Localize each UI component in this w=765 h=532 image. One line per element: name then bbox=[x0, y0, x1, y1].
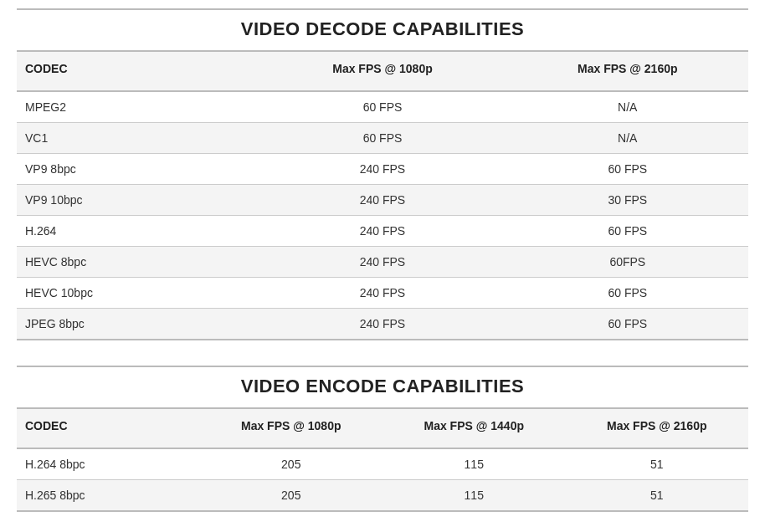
encode-table: CODEC Max FPS @ 1080p Max FPS @ 1440p Ma… bbox=[17, 407, 748, 512]
decode-header-row: CODEC Max FPS @ 1080p Max FPS @ 2160p bbox=[17, 51, 748, 91]
encode-header-1080p: Max FPS @ 1080p bbox=[200, 408, 383, 448]
fps-1080-cell: 240 FPS bbox=[258, 278, 506, 309]
codec-cell: JPEG 8bpc bbox=[17, 309, 258, 340]
fps-2160-cell: 30 FPS bbox=[507, 185, 748, 216]
decode-tbody: MPEG2 60 FPS N/A VC1 60 FPS N/A VP9 8bpc… bbox=[17, 91, 748, 340]
fps-1080-cell: 240 FPS bbox=[258, 309, 506, 340]
codec-cell: H.264 bbox=[17, 216, 258, 247]
table-row: HEVC 10bpc 240 FPS 60 FPS bbox=[17, 278, 748, 309]
fps-2160-cell: 51 bbox=[566, 448, 749, 480]
codec-cell: HEVC 8bpc bbox=[17, 247, 258, 278]
fps-1080-cell: 240 FPS bbox=[258, 216, 506, 247]
encode-section: VIDEO ENCODE CAPABILITIES CODEC Max FPS … bbox=[17, 366, 748, 512]
codec-cell: HEVC 10bpc bbox=[17, 278, 258, 309]
encode-title: VIDEO ENCODE CAPABILITIES bbox=[17, 366, 748, 407]
fps-1080-cell: 60 FPS bbox=[258, 123, 506, 154]
codec-cell: VP9 10bpc bbox=[17, 185, 258, 216]
table-row: H.265 8bpc 205 115 51 bbox=[17, 480, 748, 512]
fps-1080-cell: 205 bbox=[200, 480, 383, 512]
fps-2160-cell: 60 FPS bbox=[507, 216, 748, 247]
encode-header-2160p: Max FPS @ 2160p bbox=[566, 408, 749, 448]
table-row: VC1 60 FPS N/A bbox=[17, 123, 748, 154]
codec-cell: VP9 8bpc bbox=[17, 154, 258, 185]
table-row: JPEG 8bpc 240 FPS 60 FPS bbox=[17, 309, 748, 340]
decode-header-2160p: Max FPS @ 2160p bbox=[507, 51, 748, 91]
encode-header-codec: CODEC bbox=[17, 408, 200, 448]
codec-cell: VC1 bbox=[17, 123, 258, 154]
table-row: VP9 8bpc 240 FPS 60 FPS bbox=[17, 154, 748, 185]
table-row: VP9 10bpc 240 FPS 30 FPS bbox=[17, 185, 748, 216]
fps-1440-cell: 115 bbox=[382, 448, 566, 480]
fps-1080-cell: 240 FPS bbox=[258, 154, 506, 185]
fps-1080-cell: 240 FPS bbox=[258, 185, 506, 216]
fps-1080-cell: 205 bbox=[200, 448, 383, 480]
codec-cell: H.264 8bpc bbox=[17, 448, 200, 480]
fps-1080-cell: 240 FPS bbox=[258, 247, 506, 278]
table-row: MPEG2 60 FPS N/A bbox=[17, 91, 748, 123]
decode-header-1080p: Max FPS @ 1080p bbox=[258, 51, 506, 91]
fps-2160-cell: 60 FPS bbox=[507, 154, 748, 185]
decode-section: VIDEO DECODE CAPABILITIES CODEC Max FPS … bbox=[17, 8, 748, 340]
encode-header-1440p: Max FPS @ 1440p bbox=[382, 408, 566, 448]
encode-header-row: CODEC Max FPS @ 1080p Max FPS @ 1440p Ma… bbox=[17, 408, 748, 448]
fps-1080-cell: 60 FPS bbox=[258, 91, 506, 123]
fps-2160-cell: 60 FPS bbox=[507, 278, 748, 309]
codec-cell: H.265 8bpc bbox=[17, 480, 200, 512]
fps-1440-cell: 115 bbox=[382, 480, 566, 512]
encode-tbody: H.264 8bpc 205 115 51 H.265 8bpc 205 115… bbox=[17, 448, 748, 511]
fps-2160-cell: 60 FPS bbox=[507, 309, 748, 340]
table-row: HEVC 8bpc 240 FPS 60FPS bbox=[17, 247, 748, 278]
codec-cell: MPEG2 bbox=[17, 91, 258, 123]
fps-2160-cell: 60FPS bbox=[507, 247, 748, 278]
table-row: H.264 8bpc 205 115 51 bbox=[17, 448, 748, 480]
fps-2160-cell: N/A bbox=[507, 91, 748, 123]
fps-2160-cell: 51 bbox=[566, 480, 749, 512]
decode-title: VIDEO DECODE CAPABILITIES bbox=[17, 8, 748, 50]
table-row: H.264 240 FPS 60 FPS bbox=[17, 216, 748, 247]
fps-2160-cell: N/A bbox=[507, 123, 748, 154]
decode-header-codec: CODEC bbox=[17, 51, 258, 91]
decode-table: CODEC Max FPS @ 1080p Max FPS @ 2160p MP… bbox=[17, 50, 748, 340]
